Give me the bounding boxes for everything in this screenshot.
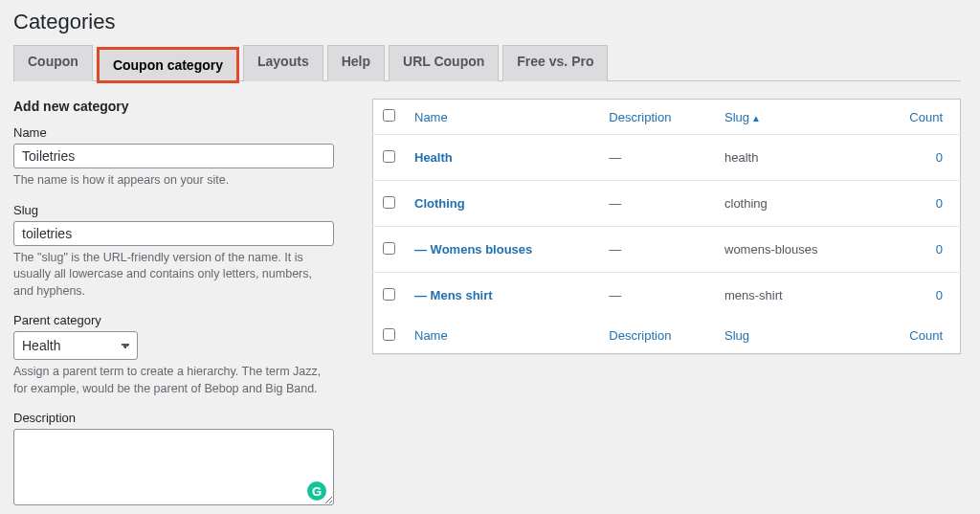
row-name-link[interactable]: Health <box>414 150 453 165</box>
row-name-link[interactable]: Clothing <box>414 196 465 211</box>
row-count-link[interactable]: 0 <box>936 196 943 211</box>
tab-coupon[interactable]: Coupon <box>13 45 93 81</box>
grammarly-icon[interactable]: G <box>307 481 326 501</box>
slug-hint: The "slug" is the URL-friendly version o… <box>13 250 334 301</box>
row-description: — <box>599 181 715 227</box>
row-description: — <box>599 273 715 319</box>
tab-url-coupon[interactable]: URL Coupon <box>389 45 499 81</box>
row-checkbox[interactable] <box>383 150 395 163</box>
parent-label: Parent category <box>13 313 334 327</box>
name-input[interactable] <box>13 144 334 168</box>
sort-asc-icon: ▲ <box>751 113 761 123</box>
select-all-top-checkbox[interactable] <box>383 109 395 122</box>
table-row: — Womens blouses—womens-blouses0 <box>373 227 961 273</box>
col-count-header[interactable]: Count <box>909 110 943 124</box>
slug-input[interactable] <box>13 221 334 246</box>
name-hint: The name is how it appears on your site. <box>13 172 334 190</box>
select-all-bottom-checkbox[interactable] <box>383 328 395 341</box>
slug-label: Slug <box>13 203 334 217</box>
row-count-link[interactable]: 0 <box>936 150 943 165</box>
row-checkbox[interactable] <box>383 196 395 209</box>
col-count-footer[interactable]: Count <box>909 328 943 343</box>
col-description-footer[interactable]: Description <box>609 328 671 343</box>
row-slug: mens-shirt <box>715 273 875 319</box>
category-table: Name Description Slug▲ Count Health—heal… <box>372 99 961 354</box>
row-description: — <box>599 135 715 181</box>
page-title: Categories <box>13 10 961 34</box>
row-slug: health <box>715 135 875 181</box>
col-name-footer[interactable]: Name <box>414 328 448 343</box>
row-count-link[interactable]: 0 <box>936 242 943 257</box>
table-row: Clothing—clothing0 <box>373 181 961 227</box>
parent-hint: Assign a parent term to create a hierarc… <box>13 364 334 397</box>
row-slug: womens-blouses <box>715 227 875 273</box>
row-count-link[interactable]: 0 <box>936 288 943 302</box>
tab-layouts[interactable]: Layouts <box>243 45 323 81</box>
col-slug-footer[interactable]: Slug <box>724 328 749 343</box>
row-slug: clothing <box>715 181 875 227</box>
row-checkbox[interactable] <box>383 242 395 255</box>
tab-free-vs-pro[interactable]: Free vs. Pro <box>502 45 608 81</box>
tab-help[interactable]: Help <box>327 45 385 81</box>
col-name-header[interactable]: Name <box>414 110 448 124</box>
col-description-header[interactable]: Description <box>609 110 671 124</box>
parent-select[interactable]: Health <box>13 331 138 360</box>
table-row: — Mens shirt—mens-shirt0 <box>373 273 961 319</box>
table-row: Health—health0 <box>373 135 961 181</box>
description-textarea[interactable] <box>13 429 334 505</box>
row-checkbox[interactable] <box>383 288 395 301</box>
form-heading: Add new category <box>13 99 334 114</box>
row-name-link[interactable]: — Womens blouses <box>414 242 532 257</box>
tab-bar: CouponCoupon categoryLayoutsHelpURL Coup… <box>13 44 961 81</box>
row-description: — <box>599 227 715 273</box>
row-name-link[interactable]: — Mens shirt <box>414 288 493 302</box>
description-label: Description <box>13 411 334 425</box>
col-slug-header[interactable]: Slug▲ <box>724 110 761 124</box>
tab-coupon-category[interactable]: Coupon category <box>97 47 239 83</box>
name-label: Name <box>13 125 334 140</box>
